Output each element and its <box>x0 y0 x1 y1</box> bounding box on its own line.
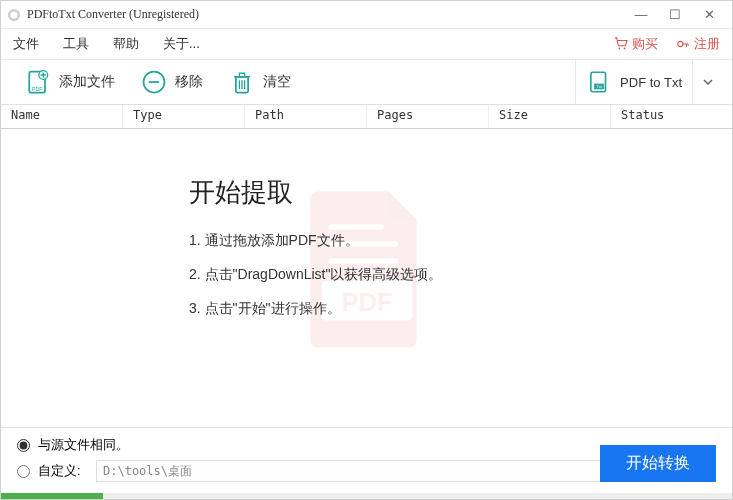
app-icon <box>7 8 21 22</box>
instructions: 开始提取 1. 通过拖放添加PDF文件。 2. 点击"DragDownList"… <box>189 175 442 334</box>
close-button[interactable]: ✕ <box>692 4 726 26</box>
maximize-button[interactable]: ☐ <box>658 4 692 26</box>
buy-button[interactable]: 购买 <box>614 35 658 53</box>
remove-icon <box>139 67 169 97</box>
svg-text:PDF: PDF <box>32 86 43 92</box>
footer: 与源文件相同。 自定义: 浏览 开始转换 <box>1 427 732 499</box>
col-size[interactable]: Size <box>489 105 611 128</box>
add-files-label: 添加文件 <box>59 73 115 91</box>
add-files-button[interactable]: PDF 添加文件 <box>11 63 127 101</box>
buy-label: 购买 <box>632 35 658 53</box>
minimize-button[interactable]: — <box>624 4 658 26</box>
mode-selector[interactable]: Txt PDF to Txt <box>575 60 692 104</box>
key-icon <box>676 37 690 51</box>
custom-label: 自定义: <box>38 462 88 480</box>
remove-button[interactable]: 移除 <box>127 63 215 101</box>
col-pages[interactable]: Pages <box>367 105 489 128</box>
radio-same-as-source[interactable] <box>17 439 30 452</box>
svg-point-1 <box>11 11 18 18</box>
mode-label: PDF to Txt <box>620 75 682 90</box>
radio-custom[interactable] <box>17 465 30 478</box>
menu-tools[interactable]: 工具 <box>63 35 89 53</box>
titlebar: PDFtoTxt Converter (Unregistered) — ☐ ✕ <box>1 1 732 29</box>
register-button[interactable]: 注册 <box>676 35 720 53</box>
progress-bar <box>1 493 732 499</box>
custom-path-input[interactable] <box>96 460 644 482</box>
cart-icon <box>614 37 628 51</box>
instruction-step-1: 1. 通过拖放添加PDF文件。 <box>189 232 442 250</box>
menubar: 文件 工具 帮助 关于... 购买 注册 <box>1 29 732 59</box>
content-area[interactable]: PDF 开始提取 1. 通过拖放添加PDF文件。 2. 点击"DragDownL… <box>1 129 732 427</box>
svg-point-4 <box>678 41 683 46</box>
pdf-to-txt-icon: Txt <box>586 69 612 95</box>
svg-point-2 <box>618 48 620 50</box>
instructions-title: 开始提取 <box>189 175 442 210</box>
clear-button[interactable]: 清空 <box>215 63 303 101</box>
col-name[interactable]: Name <box>1 105 123 128</box>
menu-about[interactable]: 关于... <box>163 35 200 53</box>
toolbar: PDF 添加文件 移除 清空 Txt PDF to Txt <box>1 59 732 105</box>
remove-label: 移除 <box>175 73 203 91</box>
clear-label: 清空 <box>263 73 291 91</box>
mode-dropdown-button[interactable] <box>692 60 722 104</box>
trash-icon <box>227 67 257 97</box>
progress-fill <box>1 493 103 499</box>
add-file-icon: PDF <box>23 67 53 97</box>
same-as-source-label: 与源文件相同。 <box>38 436 129 454</box>
instruction-step-3: 3. 点击"开始"进行操作。 <box>189 300 442 318</box>
col-type[interactable]: Type <box>123 105 245 128</box>
col-status[interactable]: Status <box>611 105 732 128</box>
svg-point-3 <box>624 48 626 50</box>
svg-text:Txt: Txt <box>596 84 602 89</box>
register-label: 注册 <box>694 35 720 53</box>
menu-help[interactable]: 帮助 <box>113 35 139 53</box>
window-title: PDFtoTxt Converter (Unregistered) <box>27 7 624 22</box>
instruction-step-2: 2. 点击"DragDownList"以获得高级选项。 <box>189 266 442 284</box>
col-path[interactable]: Path <box>245 105 367 128</box>
table-header: Name Type Path Pages Size Status <box>1 105 732 129</box>
menu-file[interactable]: 文件 <box>13 35 39 53</box>
start-convert-button[interactable]: 开始转换 <box>600 445 716 482</box>
chevron-down-icon <box>703 79 713 85</box>
